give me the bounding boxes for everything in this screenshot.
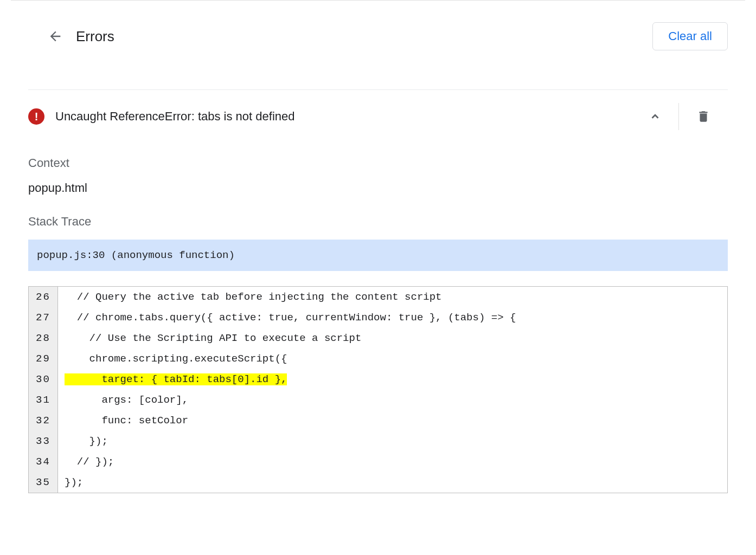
line-number: 31 — [29, 390, 58, 410]
line-number: 34 — [29, 451, 58, 472]
error-icon: ! — [28, 108, 44, 125]
code-line: func: setColor — [58, 410, 727, 431]
header-left: Errors — [28, 28, 114, 45]
code-row: 35}); — [29, 472, 727, 493]
stack-trace-header[interactable]: popup.js:30 (anonymous function) — [28, 240, 728, 271]
error-row: ! Uncaught ReferenceError: tabs is not d… — [28, 90, 728, 143]
code-line: chrome.scripting.executeScript({ — [58, 349, 727, 369]
code-line: // Query the active tab before injecting… — [58, 287, 727, 307]
error-actions — [632, 103, 728, 130]
line-number: 30 — [29, 369, 58, 390]
code-line: }); — [58, 472, 727, 493]
collapse-button[interactable] — [632, 111, 678, 122]
page-header: Errors Clear all — [28, 22, 728, 76]
code-line: // Use the Scripting API to execute a sc… — [58, 328, 727, 349]
arrow-left-icon — [48, 29, 63, 44]
error-message: Uncaught ReferenceError: tabs is not def… — [55, 109, 294, 124]
code-line: // }); — [58, 451, 727, 472]
code-row: 26 // Query the active tab before inject… — [29, 287, 727, 307]
clear-all-button[interactable]: Clear all — [652, 22, 728, 50]
code-row: 31 args: [color], — [29, 390, 727, 410]
code-row: 34 // }); — [29, 451, 727, 472]
code-block: 26 // Query the active tab before inject… — [28, 286, 728, 493]
line-number: 29 — [29, 349, 58, 369]
context-label: Context — [28, 156, 728, 170]
chevron-up-icon — [649, 111, 661, 122]
line-number: 28 — [29, 328, 58, 349]
trash-icon — [696, 109, 710, 124]
code-line: }); — [58, 431, 727, 451]
line-number: 26 — [29, 287, 58, 307]
code-line: // chrome.tabs.query({ active: true, cur… — [58, 307, 727, 328]
code-row: 28 // Use the Scripting API to execute a… — [29, 328, 727, 349]
error-left: ! Uncaught ReferenceError: tabs is not d… — [28, 108, 294, 125]
line-number: 32 — [29, 410, 58, 431]
delete-button[interactable] — [679, 109, 728, 124]
page-title: Errors — [76, 28, 114, 45]
code-row: 29 chrome.scripting.executeScript({ — [29, 349, 727, 369]
context-value: popup.html — [28, 181, 728, 195]
line-number: 27 — [29, 307, 58, 328]
back-button[interactable] — [28, 29, 63, 44]
code-row: 30 target: { tabId: tabs[0].id }, — [29, 369, 727, 390]
stack-trace-label: Stack Trace — [28, 215, 728, 229]
code-row: 32 func: setColor — [29, 410, 727, 431]
line-number: 33 — [29, 431, 58, 451]
highlighted-code: target: { tabId: tabs[0].id }, — [65, 373, 287, 385]
line-number: 35 — [29, 472, 58, 493]
code-row: 33 }); — [29, 431, 727, 451]
code-line: args: [color], — [58, 390, 727, 410]
code-row: 27 // chrome.tabs.query({ active: true, … — [29, 307, 727, 328]
code-line: target: { tabId: tabs[0].id }, — [58, 369, 727, 390]
